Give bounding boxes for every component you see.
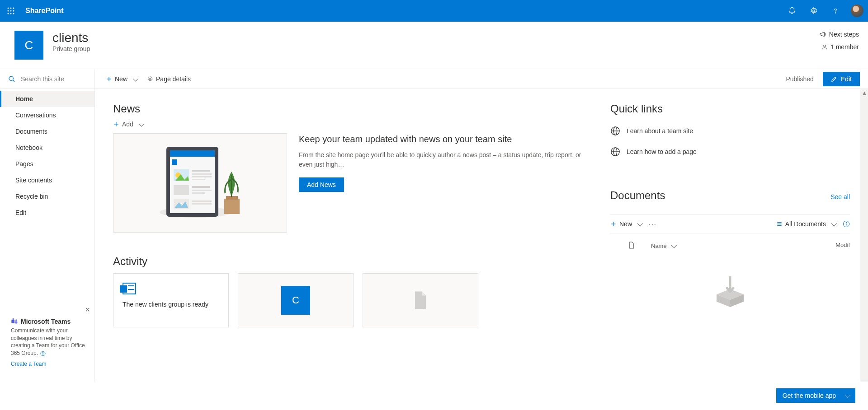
app-name[interactable]: SharePoint [25, 7, 63, 15]
documents-table: Name Modif [610, 238, 850, 258]
info-icon[interactable] [40, 351, 46, 356]
nav-item-documents[interactable]: Documents [0, 123, 94, 140]
svg-rect-33 [192, 170, 210, 172]
settings-button[interactable] [803, 0, 825, 22]
svg-rect-38 [192, 186, 210, 188]
news-tablet-icon [148, 144, 252, 221]
waffle-icon [7, 7, 14, 14]
svg-rect-42 [192, 200, 212, 202]
svg-rect-29 [170, 150, 215, 157]
members-label: 1 member [830, 43, 859, 51]
activity-card-document[interactable] [363, 273, 478, 327]
svg-point-6 [8, 13, 9, 14]
help-icon [831, 7, 840, 15]
nav-item-home[interactable]: Home [0, 91, 94, 107]
teams-promo-title: Microsoft Teams [21, 318, 71, 325]
svg-point-20 [43, 352, 43, 353]
quick-link-add-page[interactable]: Learn how to add a page [610, 141, 850, 162]
chevron-down-icon [669, 242, 675, 249]
info-icon[interactable] [843, 220, 850, 228]
svg-rect-39 [192, 190, 212, 191]
chevron-down-icon [130, 75, 137, 83]
notifications-button[interactable] [781, 0, 803, 22]
activity-card-logo: C [281, 286, 310, 315]
scrollbar[interactable]: ▴ [860, 89, 868, 382]
teams-promo-close-button[interactable]: × [85, 305, 90, 315]
documents-col-modified[interactable]: Modif [835, 242, 850, 250]
svg-rect-35 [192, 176, 212, 177]
site-logo[interactable]: C [14, 31, 43, 60]
activity-card-text: The new clients group is ready [123, 301, 219, 308]
next-steps-button[interactable]: Next steps [819, 31, 859, 38]
documents-view-label: All Documents [785, 220, 826, 228]
svg-rect-34 [192, 173, 212, 175]
activity-card-site[interactable]: C [238, 273, 354, 327]
documents-drop-zone[interactable] [610, 276, 850, 308]
avatar [851, 5, 863, 17]
documents-view-button[interactable]: All Documents [776, 220, 835, 228]
svg-point-4 [10, 10, 12, 12]
page-details-label: Page details [156, 75, 191, 83]
document-icon [412, 290, 429, 311]
gear-icon [147, 76, 153, 82]
search-box[interactable] [0, 69, 94, 89]
documents-see-all-link[interactable]: See all [830, 193, 850, 200]
site-title[interactable]: clients [52, 31, 90, 45]
nav-item-pages[interactable]: Pages [0, 156, 94, 172]
edit-button[interactable]: Edit [823, 72, 860, 86]
documents-more-button[interactable]: ··· [649, 220, 657, 228]
plus-icon [610, 221, 617, 227]
svg-point-11 [824, 45, 826, 47]
svg-point-1 [10, 8, 12, 9]
new-button[interactable]: New [103, 74, 140, 84]
quick-link-team-site[interactable]: Learn about a team site [610, 121, 850, 141]
left-nav: Home Conversations Documents Notebook Pa… [0, 69, 95, 382]
page-details-button[interactable]: Page details [144, 74, 193, 84]
search-icon [8, 75, 15, 83]
site-header: C clients Private group Next steps 1 mem… [0, 22, 868, 69]
svg-rect-40 [192, 192, 205, 194]
svg-point-23 [149, 78, 151, 80]
bell-icon [788, 7, 796, 15]
svg-point-8 [13, 13, 14, 14]
quick-launch: Home Conversations Documents Notebook Pa… [0, 89, 94, 223]
nav-item-recycle-bin[interactable]: Recycle bin [0, 188, 94, 205]
gear-icon [810, 7, 818, 15]
svg-point-59 [846, 222, 846, 223]
person-icon [821, 44, 828, 50]
plus-icon [106, 76, 112, 82]
svg-rect-30 [172, 159, 177, 165]
svg-point-3 [8, 10, 9, 12]
members-button[interactable]: 1 member [819, 43, 859, 51]
activity-card-group-ready[interactable]: The new clients group is ready [113, 273, 229, 327]
chevron-down-icon [829, 220, 835, 228]
scroll-up-icon[interactable]: ▴ [860, 89, 868, 97]
nav-item-site-contents[interactable]: Site contents [0, 172, 94, 188]
activity-heading: Activity [113, 255, 592, 268]
news-illustration [113, 133, 287, 233]
help-button[interactable] [825, 0, 846, 22]
suite-bar: SharePoint [0, 0, 868, 22]
svg-rect-43 [192, 203, 212, 205]
documents-col-name-label: Name [651, 242, 667, 249]
svg-point-12 [9, 76, 13, 80]
svg-point-15 [15, 319, 17, 321]
nav-item-notebook[interactable]: Notebook [0, 140, 94, 156]
next-steps-label: Next steps [829, 31, 859, 38]
create-team-link[interactable]: Create a Team [11, 361, 47, 367]
svg-rect-37 [174, 185, 189, 195]
nav-item-edit[interactable]: Edit [0, 205, 94, 221]
site-subtitle: Private group [52, 45, 90, 52]
globe-icon [610, 147, 620, 157]
search-input[interactable] [21, 75, 86, 83]
svg-rect-36 [192, 179, 205, 180]
nav-item-conversations[interactable]: Conversations [0, 107, 94, 123]
svg-point-0 [8, 8, 9, 9]
add-news-button[interactable]: Add News [299, 177, 344, 192]
documents-new-button[interactable]: New [610, 220, 642, 228]
news-add-button[interactable]: Add [113, 121, 592, 128]
app-launcher-button[interactable] [0, 0, 22, 22]
chevron-down-icon [635, 220, 642, 228]
documents-col-name[interactable]: Name [651, 242, 831, 250]
account-button[interactable] [846, 0, 868, 22]
